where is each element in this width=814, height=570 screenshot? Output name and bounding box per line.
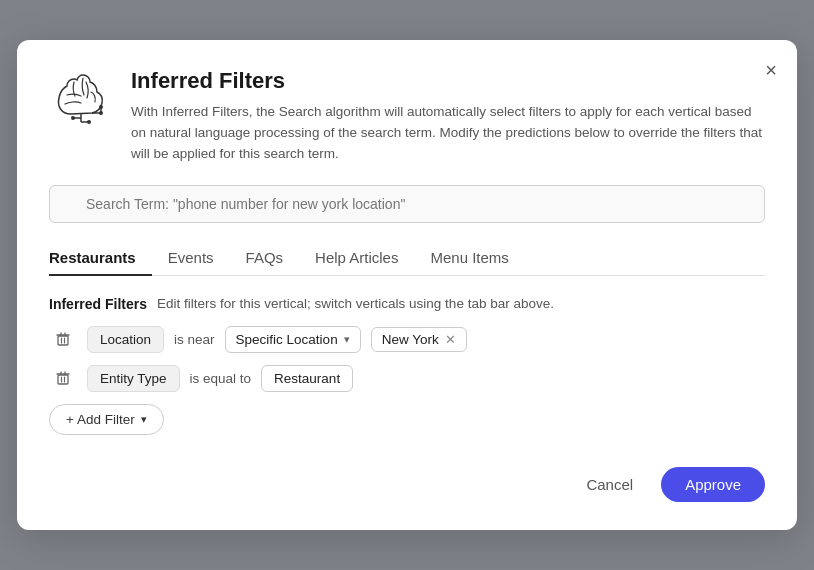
location-dropdown[interactable]: Specific Location ▾ [225, 326, 361, 353]
trash-icon [55, 331, 71, 347]
entity-field-tag: Entity Type [87, 365, 180, 392]
search-bar-section: 🔍 [49, 185, 765, 223]
trash-icon [55, 370, 71, 386]
modal-description: With Inferred Filters, the Search algori… [131, 102, 765, 165]
location-filter-delete[interactable] [49, 327, 77, 351]
svg-rect-15 [58, 375, 68, 384]
location-value-text: New York [382, 332, 439, 347]
inferred-label-row: Inferred Filters Edit filters for this v… [49, 296, 765, 312]
tab-help-articles[interactable]: Help Articles [299, 241, 414, 276]
entity-filter-delete[interactable] [49, 366, 77, 390]
tabs-bar: Restaurants Events FAQs Help Articles Me… [49, 241, 765, 276]
inferred-filters-desc: Edit filters for this vertical; switch v… [157, 296, 554, 311]
brain-icon [49, 68, 113, 132]
modal-title-block: Inferred Filters With Inferred Filters, … [131, 68, 765, 165]
modal-footer: Cancel Approve [49, 467, 765, 502]
tab-restaurants[interactable]: Restaurants [49, 241, 152, 276]
approve-button[interactable]: Approve [661, 467, 765, 502]
add-filter-label: + Add Filter [66, 412, 135, 427]
cancel-button[interactable]: Cancel [572, 468, 647, 501]
search-input[interactable] [49, 185, 765, 223]
location-value-tag: New York ✕ [371, 327, 467, 352]
tab-faqs[interactable]: FAQs [230, 241, 300, 276]
svg-point-4 [71, 116, 75, 120]
modal-dialog: × [17, 40, 797, 529]
entity-operator: is equal to [190, 371, 252, 386]
search-bar-container: 🔍 [49, 185, 765, 223]
svg-point-8 [99, 105, 103, 109]
modal-header: Inferred Filters With Inferred Filters, … [49, 68, 765, 165]
modal-title: Inferred Filters [131, 68, 765, 94]
entity-value-plain: Restaurant [261, 365, 353, 392]
svg-point-2 [87, 120, 91, 124]
inferred-filters-label: Inferred Filters [49, 296, 147, 312]
location-filter-row: Location is near Specific Location ▾ New… [49, 326, 765, 353]
tab-events[interactable]: Events [152, 241, 230, 276]
location-operator: is near [174, 332, 215, 347]
tab-menu-items[interactable]: Menu Items [414, 241, 524, 276]
location-value-remove[interactable]: ✕ [445, 333, 456, 346]
close-button[interactable]: × [761, 56, 781, 84]
location-dropdown-value: Specific Location [236, 332, 338, 347]
modal-overlay: × [0, 0, 814, 570]
inferred-filters-section: Inferred Filters Edit filters for this v… [49, 296, 765, 435]
add-filter-button[interactable]: + Add Filter ▾ [49, 404, 164, 435]
entity-filter-row: Entity Type is equal to Restaurant [49, 365, 765, 392]
location-field-tag: Location [87, 326, 164, 353]
add-filter-chevron-icon: ▾ [141, 413, 147, 426]
chevron-down-icon: ▾ [344, 333, 350, 346]
svg-rect-9 [58, 336, 68, 345]
